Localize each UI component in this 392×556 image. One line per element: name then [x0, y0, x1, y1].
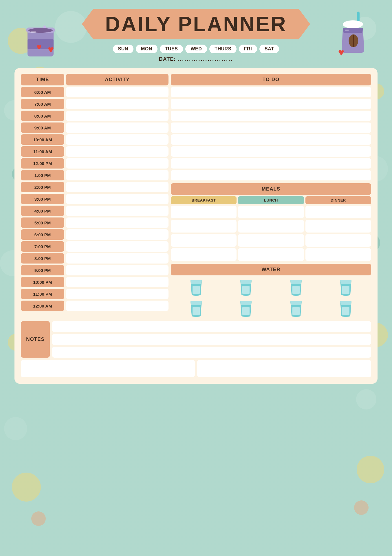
- day-wed[interactable]: WED: [185, 45, 207, 53]
- time-cell: 2:00 PM: [21, 182, 64, 192]
- meal-cell[interactable]: [171, 206, 237, 218]
- water-glass-4[interactable]: [322, 278, 370, 297]
- todo-cell[interactable]: [171, 146, 371, 157]
- activity-cell[interactable]: [66, 206, 168, 216]
- schedule-rows: 6:00 AM 7:00 AM 8:00 AM 9:00 AM 10:00 AM…: [21, 87, 168, 311]
- schedule-row: 4:00 PM: [21, 206, 168, 216]
- time-cell: 12:00 PM: [21, 158, 64, 169]
- schedule-header: TIME ACTIVITY: [21, 74, 168, 85]
- activity-cell[interactable]: [66, 182, 168, 192]
- schedule-row: 10:00 PM: [21, 277, 168, 287]
- day-fri[interactable]: FRI: [239, 45, 257, 53]
- meals-header: MEALS: [171, 183, 371, 195]
- activity-cell[interactable]: [66, 146, 168, 157]
- todo-cell[interactable]: [171, 111, 371, 121]
- notes-extra-1[interactable]: [21, 360, 195, 377]
- activity-cell[interactable]: [66, 194, 168, 204]
- water-glass-5[interactable]: [172, 299, 220, 318]
- meal-cell[interactable]: [171, 248, 237, 261]
- schedule-row: 6:00 PM: [21, 229, 168, 240]
- page-title: DAILY PLANNER: [105, 12, 287, 36]
- time-cell: 12:00 AM: [21, 301, 64, 311]
- right-side: TO DO MEALS BREAKFAST LUNCH DINNER: [171, 74, 371, 318]
- todo-cell[interactable]: [171, 134, 371, 145]
- activity-cell[interactable]: [66, 253, 168, 264]
- activity-cell[interactable]: [66, 277, 168, 287]
- water-glass-7[interactable]: [272, 299, 320, 318]
- todo-header: TO DO: [171, 74, 371, 85]
- activity-cell[interactable]: [66, 265, 168, 275]
- meal-cell[interactable]: [238, 234, 304, 247]
- schedule-row: 1:00 PM: [21, 170, 168, 180]
- activity-cell[interactable]: [66, 217, 168, 228]
- todo-cell[interactable]: [171, 170, 371, 180]
- todo-cell[interactable]: [171, 87, 371, 97]
- activity-cell[interactable]: [66, 134, 168, 145]
- lunch-label: LUNCH: [238, 196, 304, 204]
- notes-line-3[interactable]: [52, 347, 371, 358]
- schedule-row: 3:00 PM: [21, 194, 168, 204]
- meal-cell[interactable]: [305, 248, 371, 261]
- activity-header: ACTIVITY: [66, 74, 168, 85]
- time-cell: 9:00 PM: [21, 265, 64, 275]
- time-cell: 4:00 PM: [21, 206, 64, 216]
- activity-cell[interactable]: [66, 170, 168, 180]
- schedule-section: TIME ACTIVITY 6:00 AM 7:00 AM 8:00 AM 9:…: [21, 74, 168, 318]
- activity-cell[interactable]: [66, 289, 168, 299]
- activity-cell[interactable]: [66, 111, 168, 121]
- meal-cell[interactable]: [305, 220, 371, 233]
- schedule-row: 12:00 PM: [21, 158, 168, 169]
- water-glass-3[interactable]: [272, 278, 320, 297]
- meal-cell[interactable]: [305, 234, 371, 247]
- water-glass-1[interactable]: [172, 278, 220, 297]
- todo-cell[interactable]: [171, 158, 371, 169]
- day-mon[interactable]: MON: [136, 45, 157, 53]
- notes-line-2[interactable]: [52, 334, 371, 345]
- time-cell: 8:00 AM: [21, 111, 64, 121]
- activity-cell[interactable]: [66, 158, 168, 169]
- meals-subheader: BREAKFAST LUNCH DINNER: [171, 196, 371, 204]
- day-sat[interactable]: SAT: [259, 45, 279, 53]
- schedule-row: 11:00 AM: [21, 146, 168, 157]
- svg-rect-5: [30, 31, 36, 33]
- svg-rect-15: [242, 307, 250, 315]
- meal-cell[interactable]: [171, 234, 237, 247]
- schedule-row: 7:00 AM: [21, 99, 168, 109]
- activity-cell[interactable]: [66, 99, 168, 109]
- schedule-row: 7:00 PM: [21, 241, 168, 252]
- day-thurs[interactable]: THURS: [209, 45, 237, 53]
- water-glass-2[interactable]: [222, 278, 270, 297]
- dinner-label: DINNER: [305, 196, 371, 204]
- todo-cell[interactable]: [171, 99, 371, 109]
- todo-section: TO DO: [171, 74, 371, 180]
- water-glass-8[interactable]: [322, 299, 370, 318]
- meal-cell[interactable]: [238, 206, 304, 218]
- time-cell: 8:00 PM: [21, 253, 64, 264]
- day-sun[interactable]: SUN: [113, 45, 133, 53]
- notes-extra: [21, 360, 371, 377]
- meal-cell[interactable]: [305, 206, 371, 218]
- content-grid: TIME ACTIVITY 6:00 AM 7:00 AM 8:00 AM 9:…: [21, 74, 371, 318]
- svg-rect-12: [292, 286, 300, 294]
- meal-cell[interactable]: [171, 220, 237, 233]
- activity-cell[interactable]: [66, 241, 168, 252]
- day-tues[interactable]: TUES: [160, 45, 183, 53]
- activity-cell[interactable]: [66, 229, 168, 240]
- heart-right-decoration: ♥: [338, 46, 344, 58]
- meal-cell[interactable]: [238, 220, 304, 233]
- time-cell: 7:00 PM: [21, 241, 64, 252]
- svg-rect-14: [193, 307, 200, 315]
- notes-line-1[interactable]: [52, 321, 371, 332]
- activity-cell[interactable]: [66, 301, 168, 311]
- schedule-row: 5:00 PM: [21, 217, 168, 228]
- water-glass-6[interactable]: [222, 299, 270, 318]
- activity-cell[interactable]: [66, 122, 168, 133]
- activity-cell[interactable]: [66, 87, 168, 97]
- water-section: WATER: [171, 264, 371, 318]
- meal-cell[interactable]: [238, 248, 304, 261]
- time-cell: 11:00 PM: [21, 289, 64, 299]
- time-cell: 10:00 AM: [21, 134, 64, 145]
- time-cell: 1:00 PM: [21, 170, 64, 180]
- notes-extra-2[interactable]: [197, 360, 371, 377]
- todo-cell[interactable]: [171, 122, 371, 133]
